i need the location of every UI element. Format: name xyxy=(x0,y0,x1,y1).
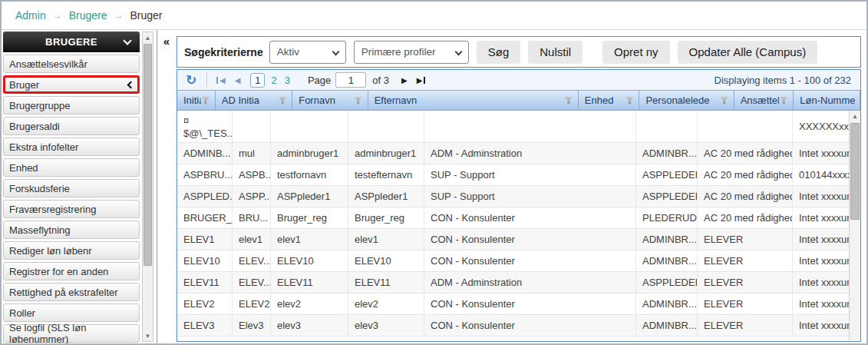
cell-ansaettelsesvilkaar: ELEVER xyxy=(698,294,793,314)
refresh-icon[interactable]: ↻ xyxy=(180,74,202,87)
table-row[interactable]: ASPBRU... ASPB... testfornavn testeftern… xyxy=(177,164,860,186)
cell-ad-initialer: ELEV... xyxy=(233,272,271,293)
table-row[interactable]: ELEV1 elev1 elev1 elev1 CON - Konsulente… xyxy=(177,229,860,250)
table-column-header[interactable]: Fornavn xyxy=(292,91,368,110)
sidebar-item[interactable]: Bruger xyxy=(3,75,140,94)
sidebar-scrollbar-thumb[interactable] xyxy=(144,44,152,266)
sidebar-item-label: Masseflytning xyxy=(9,224,70,236)
cell-ad-initialer: ELEV2 xyxy=(233,294,271,314)
cell-personaleleder: ASPPLEDER1 xyxy=(636,164,698,185)
collapse-strip: « xyxy=(157,30,176,343)
sidebar-item[interactable]: Enhed xyxy=(3,158,140,177)
page-number[interactable]: 1 xyxy=(250,73,265,88)
cell-ansaettelsesvilkaar: AC 20 med rådighed xyxy=(698,186,793,207)
sidebar-item-label: Ekstra infofelter xyxy=(9,141,78,153)
table-row[interactable]: ELEV2 ELEV2 elev2 elev2 CON - Konsulente… xyxy=(177,294,860,315)
table-column-header[interactable]: Løn-Numme xyxy=(794,91,860,110)
cell-enhed: SUP - Support xyxy=(424,164,636,185)
table-scrollbar-thumb[interactable] xyxy=(850,123,860,220)
cell-fornavn: adminbruger1 xyxy=(271,143,348,164)
filter-icon[interactable] xyxy=(779,97,788,104)
sidebar-item[interactable]: Rettighed på ekstrafelter xyxy=(3,283,140,301)
filter-icon[interactable] xyxy=(201,97,210,104)
sidebar-header[interactable]: BRUGERE xyxy=(3,32,140,52)
create-new-button[interactable]: Opret ny xyxy=(602,41,670,64)
last-page-icon[interactable]: ▶ xyxy=(412,76,431,85)
table-row[interactable]: ELEV11 ELEV... ELEV11 ELEV11 ADM - Admin… xyxy=(177,272,860,294)
sidebar-item[interactable]: Registrer for en anden xyxy=(3,262,140,280)
chevron-down-icon xyxy=(454,48,462,55)
sidebar-item[interactable]: Roller xyxy=(3,304,140,322)
page-number[interactable]: 2 xyxy=(271,75,276,86)
cell-loen-nummer: XXXXXXxxxx xyxy=(793,111,853,142)
cell-loen-nummer: Intet xxxxum xyxy=(793,143,853,164)
table-column-header[interactable]: AD Initia xyxy=(216,91,292,110)
table-column-header[interactable]: Ansættelsesvilkår xyxy=(734,91,794,110)
sidebar: BRUGERE Ansættelsesvilkår Bruger Brugerg… xyxy=(3,32,140,343)
pager-separator xyxy=(206,73,207,87)
table-row[interactable]: ASPPLED... ASPP... ASPpleder1 ASPpleder1… xyxy=(177,186,860,207)
cell-ansaettelsesvilkaar: AC 20 med rådighed xyxy=(698,164,793,185)
column-header-label: Enhed xyxy=(585,95,614,106)
table-column-header[interactable]: Enhed xyxy=(579,91,640,110)
reset-button[interactable]: Nulstil xyxy=(528,41,583,64)
sidebar-item[interactable]: Ekstra infofelter xyxy=(3,138,140,156)
breadcrumb-admin[interactable]: Admin xyxy=(15,9,46,22)
cell-ad-initialer: ELEV... xyxy=(233,250,271,271)
table-header-row: Initialer AD Initia Fornavn xyxy=(177,91,860,111)
filter-icon[interactable] xyxy=(625,97,634,104)
profile-dropdown[interactable]: Primære profiler xyxy=(354,41,469,64)
profile-dropdown-value: Primære profiler xyxy=(361,46,436,58)
cell-initialer: ELEV1 xyxy=(177,229,233,250)
table-row[interactable]: ADMINB... mul adminbruger1 adminbruger1 … xyxy=(177,143,860,164)
scroll-up-icon[interactable]: ▲ xyxy=(850,111,860,121)
filter-icon[interactable] xyxy=(720,97,729,104)
cell-efternavn: ELEV11 xyxy=(348,272,424,293)
cell-enhed: CON - Konsulenter xyxy=(424,294,636,314)
filter-icon[interactable] xyxy=(278,97,287,104)
table-column-header[interactable]: Efternavn xyxy=(368,91,579,110)
page-number[interactable]: 3 xyxy=(285,75,290,86)
cell-fornavn: ELEV11 xyxy=(271,272,348,293)
cell-initialer: ADMINB... xyxy=(177,143,233,164)
table-row[interactable]: ¤ $@\_TES... XXXXXXxxxx xyxy=(177,111,860,143)
previous-page-icon[interactable]: ◀ xyxy=(230,76,246,85)
scroll-up-icon[interactable]: ▲ xyxy=(143,32,153,43)
status-dropdown[interactable]: Aktiv xyxy=(269,41,346,64)
table-row[interactable]: ELEV10 ELEV... ELEV10 ELEV10 CON - Konsu… xyxy=(177,250,860,272)
first-page-icon[interactable]: ◀ xyxy=(212,76,230,85)
table-row[interactable]: ELEV3 Elev3 elev3 elev3 CON - Konsulente… xyxy=(177,315,860,337)
cell-ansaettelsesvilkaar: ELEVER xyxy=(698,229,793,250)
sidebar-item[interactable]: Forskudsferie xyxy=(3,179,140,197)
chevron-down-icon xyxy=(332,48,339,55)
cell-initialer: BRUGER_... xyxy=(177,207,233,228)
update-all-campus-button[interactable]: Opdater Alle (Campus) xyxy=(678,41,818,64)
status-dropdown-value: Aktiv xyxy=(277,46,299,58)
table-column-header[interactable]: Personalelede xyxy=(639,91,734,110)
search-button[interactable]: Søg xyxy=(477,41,521,64)
sidebar-item[interactable]: Masseflytning xyxy=(3,221,140,239)
page-input[interactable] xyxy=(335,72,366,88)
sidebar-item[interactable]: Fraværsregistrering xyxy=(3,200,140,218)
sidebar-item-label: Se logfil (SLS løn løbenummer) xyxy=(9,322,134,343)
cell-ansaettelsesvilkaar: ELEVER xyxy=(698,272,793,293)
table-scrollbar[interactable]: ▲ xyxy=(849,111,860,341)
sidebar-item[interactable]: Brugersaldi xyxy=(3,117,140,135)
next-page-icon[interactable]: ▶ xyxy=(397,76,412,85)
sidebar-item[interactable]: Rediger løn løbenr xyxy=(3,241,140,260)
breadcrumb-brugere[interactable]: Brugere xyxy=(69,9,107,22)
main-panel: Søgekriterierne Aktiv Primære profiler S… xyxy=(177,30,861,342)
filter-icon[interactable] xyxy=(564,97,573,104)
breadcrumb-arrow-icon: → xyxy=(114,10,124,21)
sidebar-item[interactable]: Ansættelsesvilkår xyxy=(3,55,140,73)
sidebar-item[interactable]: Se logfil (SLS løn løbenummer) xyxy=(3,324,140,343)
table-column-header[interactable]: Initialer xyxy=(177,91,216,110)
filter-icon[interactable] xyxy=(354,97,363,104)
sidebar-item[interactable]: Brugergruppe xyxy=(3,96,140,114)
cell-ansaettelsesvilkaar: ELEVER xyxy=(698,315,793,336)
column-header-label: AD Initia xyxy=(222,95,259,106)
table-row[interactable]: BRUGER_... BRU... Bruger_reg Bruger_reg … xyxy=(177,207,860,229)
collapse-sidebar-icon[interactable]: « xyxy=(157,35,176,48)
scroll-down-icon[interactable]: ▼ xyxy=(143,330,153,341)
sidebar-scrollbar[interactable]: ▲ ▼ xyxy=(142,32,153,342)
